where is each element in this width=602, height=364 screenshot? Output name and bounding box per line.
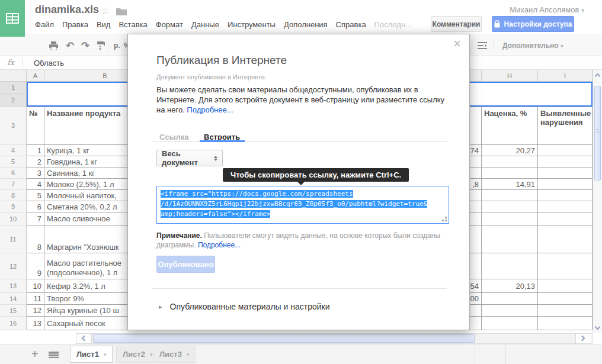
all-sheets-icon[interactable] bbox=[49, 352, 59, 358]
row-header-13[interactable]: 13 bbox=[0, 279, 27, 293]
cell[interactable] bbox=[538, 305, 593, 317]
note-learn-more-link[interactable]: Подробнее... bbox=[198, 241, 241, 249]
embed-code-textarea[interactable]: <iframe src="https://docs.google.com/spr… bbox=[156, 186, 449, 224]
horizontal-scrollbar[interactable] bbox=[76, 333, 593, 344]
sheet-tab-3[interactable]: Лист3 bbox=[153, 346, 196, 363]
row-header-12[interactable]: 12 bbox=[0, 253, 27, 279]
cell[interactable] bbox=[482, 293, 538, 305]
cell[interactable] bbox=[538, 156, 593, 167]
row-header-16[interactable]: 16 bbox=[0, 317, 27, 330]
published-button[interactable]: Опубликовано bbox=[156, 256, 215, 273]
cell[interactable] bbox=[538, 293, 593, 305]
cell[interactable]: 2 bbox=[27, 156, 44, 167]
account-menu[interactable]: Михаил Апсолямов bbox=[510, 5, 584, 14]
row-header-2[interactable]: 2 bbox=[0, 94, 27, 107]
menu-data[interactable]: Данные bbox=[191, 20, 219, 29]
scroll-down-icon[interactable] bbox=[595, 324, 601, 330]
sheet-tab-1[interactable]: Лист1 bbox=[70, 346, 113, 363]
more-toolbar-button[interactable]: Дополнительно bbox=[502, 41, 563, 50]
cell[interactable]: 3 bbox=[27, 167, 44, 179]
menu-view[interactable]: Вид bbox=[97, 20, 111, 29]
cell[interactable] bbox=[482, 201, 538, 212]
comments-button[interactable]: Комментарии bbox=[431, 16, 482, 32]
menu-file[interactable]: Файл bbox=[35, 20, 54, 29]
cell[interactable]: 20,13 bbox=[482, 279, 538, 293]
cell[interactable] bbox=[538, 145, 593, 156]
document-title[interactable]: dinamika.xls bbox=[35, 4, 99, 16]
row-header-11[interactable]: 11 bbox=[0, 226, 27, 253]
row-header-4[interactable]: 4 bbox=[0, 145, 27, 156]
cell[interactable]: 11 bbox=[27, 293, 44, 305]
cell[interactable]: 12 bbox=[27, 305, 44, 317]
cell[interactable] bbox=[482, 212, 538, 226]
cell[interactable] bbox=[482, 167, 538, 179]
cell[interactable]: 4 bbox=[27, 179, 44, 190]
row-header-8[interactable]: 8 bbox=[0, 190, 27, 201]
sheets-logo[interactable] bbox=[0, 0, 25, 37]
paint-format-icon[interactable] bbox=[94, 39, 108, 52]
column-header-a[interactable]: A bbox=[27, 70, 44, 82]
published-content-expander[interactable]: Опубликованные материалы и настройки bbox=[159, 302, 330, 311]
corner-header[interactable] bbox=[0, 70, 27, 82]
scroll-up-icon[interactable] bbox=[595, 73, 601, 79]
cell[interactable]: 20,27 bbox=[482, 145, 538, 156]
cell[interactable] bbox=[482, 156, 538, 167]
print-icon[interactable] bbox=[46, 39, 60, 52]
cell[interactable]: 7 bbox=[27, 212, 44, 226]
cell[interactable] bbox=[482, 317, 538, 330]
cell[interactable] bbox=[538, 212, 593, 226]
cell[interactable]: Выявленные нарушения bbox=[538, 107, 593, 145]
scroll-left-button[interactable] bbox=[76, 334, 92, 343]
row-header-15[interactable]: 15 bbox=[0, 305, 27, 317]
cell[interactable]: № bbox=[27, 107, 44, 145]
menu-edit[interactable]: Правка bbox=[62, 20, 88, 29]
column-header-h[interactable]: H bbox=[482, 70, 538, 82]
undo-icon[interactable] bbox=[63, 39, 77, 52]
cell[interactable]: Наценка, % bbox=[482, 107, 538, 145]
cell[interactable] bbox=[482, 226, 538, 253]
cell[interactable] bbox=[538, 179, 593, 190]
menu-insert[interactable]: Вставка bbox=[119, 20, 147, 29]
cell[interactable]: 8 bbox=[27, 226, 44, 253]
cell[interactable]: 6 bbox=[27, 201, 44, 212]
menu-format[interactable]: Формат bbox=[156, 20, 183, 29]
cell[interactable]: 14,91 bbox=[482, 179, 538, 190]
cell[interactable] bbox=[538, 279, 593, 293]
row-header-6[interactable]: 6 bbox=[0, 167, 27, 179]
cell[interactable] bbox=[538, 190, 593, 201]
scroll-right-button[interactable] bbox=[575, 334, 591, 343]
learn-more-link[interactable]: Подробнее... bbox=[187, 105, 233, 114]
cell[interactable] bbox=[482, 190, 538, 201]
format-currency-button[interactable]: р. bbox=[114, 41, 120, 50]
row-header-5[interactable]: 5 bbox=[0, 156, 27, 167]
folder-icon[interactable] bbox=[116, 7, 127, 18]
row-header-1[interactable]: 1 bbox=[0, 82, 27, 94]
star-icon[interactable] bbox=[101, 5, 110, 17]
cell[interactable]: 10 bbox=[27, 279, 44, 293]
cell[interactable]: 13 bbox=[27, 317, 44, 330]
text-wrap-icon[interactable] bbox=[476, 39, 490, 52]
menu-help[interactable]: Справка bbox=[336, 20, 366, 29]
share-button[interactable]: Настройки доступа bbox=[492, 16, 574, 32]
menu-tools[interactable]: Инструменты bbox=[228, 20, 276, 29]
last-edit-label[interactable]: Последн... bbox=[374, 20, 412, 29]
redo-icon[interactable] bbox=[78, 39, 92, 52]
cell[interactable] bbox=[482, 253, 538, 279]
formula-input[interactable]: Область bbox=[34, 59, 64, 67]
row-header-10[interactable]: 10 bbox=[0, 212, 27, 226]
scope-dropdown[interactable]: Весь документ bbox=[156, 150, 223, 166]
cell[interactable]: 5 bbox=[27, 190, 44, 201]
cell[interactable]: 1 bbox=[27, 145, 44, 156]
cell[interactable]: 9 bbox=[27, 253, 44, 279]
cell[interactable] bbox=[538, 201, 593, 212]
row-header-9[interactable]: 9 bbox=[0, 201, 27, 212]
horizontal-scrollbar-thumb[interactable] bbox=[93, 334, 475, 343]
menu-addons[interactable]: Дополнения bbox=[284, 20, 328, 29]
cell[interactable] bbox=[538, 226, 593, 253]
cell[interactable] bbox=[538, 167, 593, 179]
row-header-3[interactable]: 3 bbox=[0, 107, 27, 145]
column-header-i[interactable]: I bbox=[538, 70, 593, 82]
vertical-scrollbar[interactable] bbox=[593, 70, 602, 333]
resize-grip-icon[interactable] bbox=[445, 220, 447, 221]
vertical-scrollbar-thumb[interactable] bbox=[594, 86, 601, 181]
